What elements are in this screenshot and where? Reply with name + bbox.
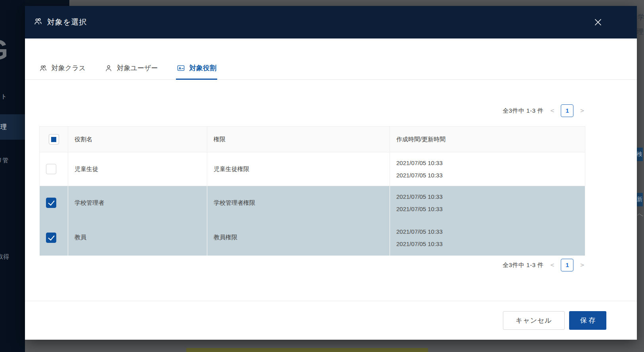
- role-name-cell: 児童生徒: [68, 152, 207, 186]
- roles-table: 役割名 権限 作成時間/更新時間 児童生徒 児童生徒権限 2021/07/05 …: [39, 126, 585, 256]
- pagination-summary: 全3件中 1-3 件: [503, 262, 543, 269]
- background-nav-fragment: 理: [0, 123, 7, 131]
- row-checkbox[interactable]: [46, 198, 56, 208]
- background-nav-fragment: ト: [1, 93, 7, 100]
- team-icon: [34, 17, 42, 27]
- chevron-right-icon[interactable]: >: [579, 107, 585, 115]
- target-tabs: 対象クラス 対象ユーザー 対象役割: [25, 57, 637, 80]
- table-row[interactable]: 学校管理者 学校管理者権限 2021/07/05 10:33 2021/07/0…: [40, 186, 585, 220]
- background-nav-fragment: リ管: [0, 157, 8, 164]
- pagination-bottom: 全3件中 1-3 件 < 1 >: [39, 259, 585, 271]
- modal-title: 対象を選択: [47, 17, 87, 27]
- table-header-row: 役割名 権限 作成時間/更新時間: [40, 127, 585, 152]
- created-time: 2021/07/05 10:33: [396, 225, 585, 238]
- modal-header: 対象を選択: [25, 6, 637, 38]
- row-checkbox[interactable]: [46, 233, 56, 243]
- row-checkbox[interactable]: [46, 164, 56, 174]
- background-sidebar: G ト 理 リ管 取得: [0, 0, 25, 352]
- role-name-cell: 教員: [68, 220, 207, 256]
- created-time: 2021/07/05 10:33: [396, 190, 585, 203]
- background-bottom-bar: [186, 348, 428, 352]
- background-topbar: [25, 0, 644, 6]
- select-all-checkbox[interactable]: [49, 134, 59, 144]
- chevron-right-icon[interactable]: >: [579, 261, 585, 269]
- table-row[interactable]: 児童生徒 児童生徒権限 2021/07/05 10:33 2021/07/05 …: [40, 152, 585, 186]
- column-header-role-name: 役割名: [68, 127, 207, 152]
- role-name-cell: 学校管理者: [68, 186, 207, 220]
- tab-target-role[interactable]: 対象役割: [177, 57, 216, 79]
- background-nav-fragment: 取得: [0, 253, 9, 261]
- chevron-left-icon[interactable]: <: [550, 107, 555, 115]
- background-nav-item-active: 理: [0, 114, 25, 140]
- background-topbar-logo-area: [25, 0, 69, 6]
- timestamps-cell: 2021/07/05 10:33 2021/07/05 10:33: [390, 186, 585, 220]
- background-text-fragment: へ: [637, 211, 643, 219]
- pagination-top: 全3件中 1-3 件 < 1 >: [39, 104, 585, 117]
- page-number-button[interactable]: 1: [561, 259, 573, 271]
- tab-target-class[interactable]: 対象クラス: [39, 57, 86, 79]
- page-number-button[interactable]: 1: [561, 104, 573, 117]
- select-target-modal: 対象を選択 対象クラス: [25, 6, 637, 340]
- background-right-edge: 学 理 検 新 へ: [637, 0, 644, 352]
- tab-label: 対象ユーザー: [117, 63, 158, 73]
- pagination-summary: 全3件中 1-3 件: [503, 107, 543, 115]
- user-icon: [105, 64, 113, 72]
- background-text-fragment: 学: [638, 13, 644, 22]
- created-time: 2021/07/05 10:33: [396, 157, 585, 169]
- close-icon[interactable]: [592, 17, 604, 28]
- updated-time: 2021/07/05 10:33: [396, 169, 585, 181]
- cancel-button[interactable]: キャンセル: [503, 311, 565, 330]
- timestamps-cell: 2021/07/05 10:33 2021/07/05 10:33: [390, 220, 585, 256]
- background-new-button-fragment: 新: [637, 193, 643, 206]
- permission-cell: 教員権限: [207, 220, 390, 256]
- tab-label: 対象役割: [189, 63, 216, 73]
- updated-time: 2021/07/05 10:33: [396, 238, 585, 250]
- permission-cell: 児童生徒権限: [207, 152, 390, 186]
- timestamps-cell: 2021/07/05 10:33 2021/07/05 10:33: [390, 152, 585, 186]
- background-logo-fragment: G: [0, 34, 9, 66]
- column-header-created-updated: 作成時間/更新時間: [390, 127, 585, 152]
- tab-label: 対象クラス: [52, 63, 86, 73]
- modal-footer: キャンセル 保 存: [25, 301, 637, 340]
- chevron-left-icon[interactable]: <: [550, 261, 555, 269]
- background-text-fragment: 理: [637, 27, 644, 36]
- active-tab-indicator: [176, 79, 217, 80]
- permission-cell: 学校管理者権限: [207, 186, 390, 220]
- team-icon: [39, 64, 47, 72]
- table-row[interactable]: 教員 教員権限 2021/07/05 10:33 2021/07/05 10:3…: [40, 220, 585, 256]
- save-button[interactable]: 保 存: [569, 311, 606, 330]
- updated-time: 2021/07/05 10:33: [396, 203, 585, 215]
- idcard-icon: [177, 64, 185, 72]
- background-search-button-fragment: 検: [637, 148, 643, 161]
- column-header-permission: 権限: [207, 127, 390, 152]
- tab-target-user[interactable]: 対象ユーザー: [105, 57, 158, 79]
